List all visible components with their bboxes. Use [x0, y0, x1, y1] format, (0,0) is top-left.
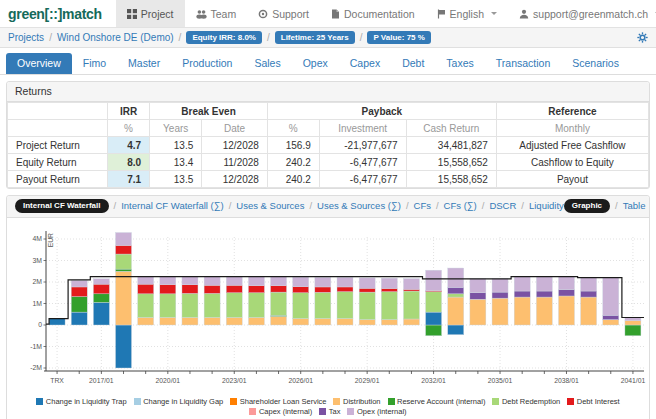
returns-group-header: Reference [496, 103, 648, 120]
language-menu[interactable]: English [426, 0, 508, 27]
bar-segment-trap [71, 312, 87, 325]
breadcrumb-link[interactable]: Wind Onshore DE (Demo) [57, 32, 174, 43]
bar-segment-dist [160, 317, 176, 325]
nav-item-label: Support [272, 8, 309, 20]
kpi-badge[interactable]: Equity IRR: 8.0% [186, 31, 262, 44]
bar-segment-dist [581, 297, 597, 325]
display-mode-table[interactable]: Table [623, 200, 646, 211]
payback-cash-return: 15,558,652 [406, 171, 496, 188]
tab-taxes[interactable]: Taxes [435, 53, 484, 74]
bar-segment-reserve [93, 293, 109, 302]
legend-item: Tax [319, 407, 340, 416]
nav-item-support[interactable]: Support [247, 0, 320, 27]
cf-view-tab[interactable]: CFs [414, 200, 431, 211]
kpi-badge[interactable]: P Value: 75 % [367, 31, 430, 44]
nav-item-project[interactable]: Project [116, 0, 185, 27]
bar-segment-tax [536, 291, 552, 297]
bar-segment-opex [536, 276, 552, 290]
x-tick-label: 2038/01 [554, 377, 579, 384]
bar-segment-dist [226, 317, 242, 325]
payback-cash-return: 34,481,827 [406, 137, 496, 154]
bar-segment-interest [138, 284, 154, 294]
kpi-badge[interactable]: Lifetime: 25 Years [275, 31, 355, 44]
tab-fimo[interactable]: Fimo [72, 53, 117, 74]
y-axis-label: EUR [47, 232, 54, 246]
y-tick-label: 2M [33, 278, 43, 285]
nav-item-label: Documentation [344, 8, 415, 20]
returns-table: IRRBreak EvenPaybackReference%YearsDate%… [7, 102, 649, 188]
documentation-icon [331, 9, 340, 19]
tab-transaction[interactable]: Transaction [485, 53, 561, 74]
cf-view-tab[interactable]: DSCR [489, 200, 516, 211]
bar-segment-interest [403, 289, 419, 291]
legend-item: Change in Liquidity Trap [36, 397, 126, 406]
bar-segment-opex [359, 277, 375, 287]
bar-segment-opex [226, 276, 242, 285]
breadcrumb-link[interactable]: Projects [8, 32, 44, 43]
cf-view-tab[interactable]: Internal CF Waterfall [15, 199, 109, 213]
reference-value: Adjusted Free Cashflow [496, 137, 648, 154]
separator: / [615, 200, 618, 211]
bar-segment-interest [93, 284, 109, 294]
bar-segment-dist [293, 318, 309, 324]
tab-capex[interactable]: Capex [339, 53, 391, 74]
cf-view-tab[interactable]: Liquidity [529, 200, 564, 211]
bar-segment-redemption [293, 292, 309, 318]
bar-segment-trap [93, 302, 109, 325]
bar-segment-opex [603, 277, 619, 315]
tab-master[interactable]: Master [117, 53, 171, 74]
payback-investment: -6,477,677 [319, 171, 406, 188]
payback-cash-return: 15,558,652 [406, 154, 496, 171]
row-label: Payout Return [8, 171, 108, 188]
bar-segment-interest [160, 284, 176, 293]
display-mode-graphic[interactable]: Graphic [564, 199, 610, 213]
legend-item: Debt Interest [567, 397, 619, 406]
legend-label: Shareholder Loan Service [240, 397, 327, 406]
user-menu[interactable]: support@greenmatch.ch [508, 0, 656, 27]
break-even-date: 12/2028 [202, 171, 268, 188]
x-tick-label: 2017/01 [89, 377, 114, 384]
bar-segment-opex [448, 268, 464, 287]
tab-scenarios[interactable]: Scenarios [561, 53, 630, 74]
breadcrumb-separator: / [49, 32, 52, 43]
table-row: Equity Return8.013.411/2028240.2-6,477,6… [8, 154, 649, 171]
separator: / [482, 200, 485, 211]
bar-segment-opex [403, 278, 419, 289]
payback-investment: -21,977,677 [319, 137, 406, 154]
bar-segment-dist [315, 318, 331, 324]
bar-segment-redemption [138, 293, 154, 317]
nav-item-documentation[interactable]: Documentation [320, 0, 426, 27]
x-tick-label: 2035/01 [488, 377, 513, 384]
bar-segment-dist [470, 299, 486, 325]
tab-sales[interactable]: Sales [243, 53, 291, 74]
bar-segment-tax [581, 291, 597, 297]
cf-view-tab[interactable]: Uses & Sources (∑) [317, 200, 401, 211]
tab-overview[interactable]: Overview [6, 53, 72, 74]
returns-subheader: % [267, 120, 319, 137]
x-tick-label: 2041/01 [621, 377, 646, 384]
separator: / [436, 200, 439, 211]
project-tabs: OverviewFimoMasterProductionSalesOpexCap… [0, 48, 656, 75]
language-flag-icon [437, 9, 446, 19]
cf-view-tab[interactable]: Uses & Sources [236, 200, 304, 211]
bar-segment-redemption [271, 292, 287, 315]
legend-label: Change in Liquidity Gap [143, 397, 223, 406]
tab-production[interactable]: Production [171, 53, 243, 74]
bar-segment-dist [204, 317, 220, 325]
legend-item: Change in Liquidity Gap [134, 397, 224, 406]
break-even-date: 12/2028 [202, 137, 268, 154]
nav-item-team[interactable]: Team [185, 0, 248, 27]
cf-view-tab[interactable]: CFs (∑) [444, 200, 477, 211]
bar-segment-opex [470, 278, 486, 292]
cf-view-tab[interactable]: Internal CF Waterfall (∑) [121, 200, 224, 211]
bar-segment-dist [182, 317, 198, 325]
tab-debt[interactable]: Debt [391, 53, 435, 74]
table-row: Project Return4.713.512/2028156.9-21,977… [8, 137, 649, 154]
returns-subheader [8, 120, 108, 137]
bar-segment-opex [71, 280, 87, 286]
tab-opex[interactable]: Opex [292, 53, 339, 74]
bar-segment-interest [315, 286, 331, 291]
legend-swatch-dist [333, 398, 340, 405]
gear-icon[interactable] [637, 32, 648, 43]
y-tick-label: 3M [33, 256, 43, 263]
